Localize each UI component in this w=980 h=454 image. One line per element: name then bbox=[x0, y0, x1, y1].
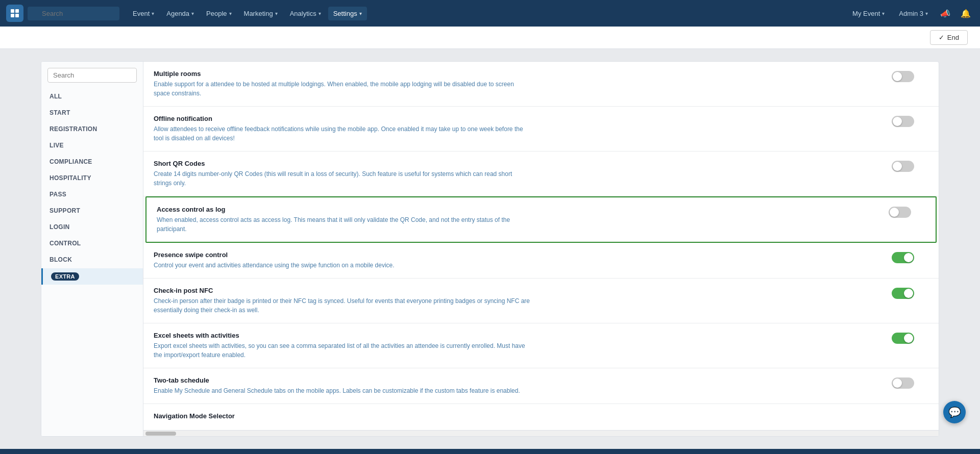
setting-row-nav-mode: Navigation Mode Selector bbox=[143, 404, 939, 430]
scrollbar-thumb bbox=[145, 432, 176, 436]
my-event-dropdown[interactable]: My Event ▾ bbox=[847, 7, 890, 20]
setting-desc: Check-in person after their badge is pri… bbox=[154, 296, 531, 315]
setting-desc: Export excel sheets with activities, so … bbox=[154, 341, 531, 360]
app-logo[interactable] bbox=[6, 5, 23, 22]
end-button[interactable]: ✓ End bbox=[930, 30, 968, 45]
nav-search-wrap: 🔍 bbox=[28, 7, 119, 20]
checkmark-icon: ✓ bbox=[939, 34, 944, 41]
bottom-bar: ® InEvent 2024 🏠 ? </> English bbox=[0, 449, 980, 454]
nav-item-people[interactable]: People ▾ bbox=[201, 7, 236, 20]
horizontal-scrollbar[interactable] bbox=[143, 430, 939, 436]
chevron-down-icon: ▾ bbox=[318, 11, 321, 16]
setting-row-access-control-log: Access control as log When enabled, acce… bbox=[145, 196, 937, 243]
nav-search-input[interactable] bbox=[28, 7, 119, 20]
settings-content: Multiple rooms Enable support for a atte… bbox=[143, 62, 939, 436]
chevron-down-icon: ▾ bbox=[275, 11, 278, 16]
setting-desc: Control your event and activities attend… bbox=[154, 261, 531, 270]
sidebar-item-start[interactable]: START bbox=[41, 105, 143, 120]
setting-desc: Create 14 digits number-only QR Codes (t… bbox=[154, 169, 531, 188]
sidebar-item-block[interactable]: BLOCK bbox=[41, 252, 143, 267]
sidebar-item-compliance[interactable]: COMPLIANCE bbox=[41, 154, 143, 169]
toggle-short-qr[interactable] bbox=[892, 161, 914, 172]
setting-title: Presence swipe control bbox=[154, 251, 884, 259]
setting-title: Two-tab schedule bbox=[154, 376, 884, 384]
toggle-offline-notification[interactable] bbox=[892, 116, 914, 127]
admin-dropdown[interactable]: Admin 3 ▾ bbox=[894, 7, 933, 20]
megaphone-icon[interactable]: 📣 bbox=[937, 5, 953, 21]
setting-title: Excel sheets with activities bbox=[154, 332, 884, 339]
setting-title: Check-in post NFC bbox=[154, 287, 884, 294]
sidebar-item-all[interactable]: ALL bbox=[41, 89, 143, 104]
sidebar-item-login[interactable]: LOGIN bbox=[41, 219, 143, 235]
nav-item-settings[interactable]: Settings ▾ bbox=[328, 7, 367, 20]
nav-items: Event ▾ Agenda ▾ People ▾ Marketing ▾ An… bbox=[128, 7, 367, 20]
setting-row-short-qr: Short QR Codes Create 14 digits number-o… bbox=[143, 152, 939, 196]
svg-rect-2 bbox=[11, 14, 14, 17]
setting-row-excel-activities: Excel sheets with activities Export exce… bbox=[143, 323, 939, 368]
toggle-presence-swipe[interactable] bbox=[892, 252, 914, 263]
sidebar-item-control[interactable]: CONTROL bbox=[41, 236, 143, 251]
sidebar-search-input[interactable] bbox=[47, 68, 137, 83]
bell-icon[interactable]: 🔔 bbox=[958, 5, 974, 21]
main-content: ALL START REGISTRATION LIVE COMPLIANCE H… bbox=[0, 49, 980, 449]
chevron-down-icon: ▾ bbox=[359, 11, 362, 16]
chevron-down-icon: ▾ bbox=[229, 11, 232, 16]
end-bar: ✓ End bbox=[0, 27, 980, 49]
chevron-down-icon: ▾ bbox=[191, 11, 194, 16]
settings-panel: ALL START REGISTRATION LIVE COMPLIANCE H… bbox=[41, 61, 939, 437]
sidebar-item-live[interactable]: LIVE bbox=[41, 138, 143, 153]
setting-desc: When enabled, access control acts as acc… bbox=[157, 215, 534, 234]
setting-title: Navigation Mode Selector bbox=[154, 412, 914, 420]
setting-title: Access control as log bbox=[157, 206, 880, 213]
setting-desc: Enable My Schedule and General Schedule … bbox=[154, 386, 531, 395]
setting-row-offline-notification: Offline notification Allow attendees to … bbox=[143, 107, 939, 152]
sidebar-item-extra[interactable]: EXTRA bbox=[41, 268, 143, 285]
setting-row-checkin-nfc: Check-in post NFC Check-in person after … bbox=[143, 279, 939, 323]
nav-right: My Event ▾ Admin 3 ▾ 📣 🔔 bbox=[847, 5, 974, 21]
toggle-two-tab-schedule[interactable] bbox=[892, 377, 914, 389]
chevron-down-icon: ▾ bbox=[882, 11, 885, 16]
setting-desc: Enable support for a attendee to be host… bbox=[154, 80, 531, 98]
sidebar-item-registration[interactable]: REGISTRATION bbox=[41, 121, 143, 137]
top-navigation: 🔍 Event ▾ Agenda ▾ People ▾ Marketing ▾ … bbox=[0, 0, 980, 27]
setting-desc: Allow attendees to receive offline feedb… bbox=[154, 124, 531, 143]
svg-rect-3 bbox=[15, 14, 19, 17]
nav-item-agenda[interactable]: Agenda ▾ bbox=[161, 7, 199, 20]
toggle-excel-activities[interactable] bbox=[892, 333, 914, 344]
sidebar-search-wrap bbox=[41, 68, 143, 88]
setting-row-presence-swipe: Presence swipe control Control your even… bbox=[143, 243, 939, 279]
svg-rect-1 bbox=[15, 9, 19, 13]
setting-row-multiple-rooms: Multiple rooms Enable support for a atte… bbox=[143, 62, 939, 107]
setting-row-two-tab-schedule: Two-tab schedule Enable My Schedule and … bbox=[143, 368, 939, 404]
nav-item-analytics[interactable]: Analytics ▾ bbox=[285, 7, 326, 20]
chevron-down-icon: ▾ bbox=[152, 11, 154, 16]
nav-item-event[interactable]: Event ▾ bbox=[128, 7, 159, 20]
setting-title: Short QR Codes bbox=[154, 160, 884, 167]
extra-badge: EXTRA bbox=[51, 272, 79, 281]
setting-title: Multiple rooms bbox=[154, 70, 884, 78]
toggle-multiple-rooms[interactable] bbox=[892, 71, 914, 82]
nav-item-marketing[interactable]: Marketing ▾ bbox=[239, 7, 283, 20]
toggle-checkin-nfc[interactable] bbox=[892, 288, 914, 299]
setting-title: Offline notification bbox=[154, 115, 884, 122]
sidebar-item-hospitality[interactable]: HOSPITALITY bbox=[41, 170, 143, 186]
svg-rect-0 bbox=[11, 9, 14, 13]
sidebar-item-pass[interactable]: PASS bbox=[41, 187, 143, 202]
toggle-access-control-log[interactable] bbox=[889, 207, 911, 218]
chevron-down-icon: ▾ bbox=[925, 11, 928, 16]
chat-bubble-button[interactable]: 💬 bbox=[943, 401, 966, 423]
sidebar-item-support[interactable]: SUPPORT bbox=[41, 203, 143, 218]
settings-sidebar: ALL START REGISTRATION LIVE COMPLIANCE H… bbox=[41, 62, 143, 436]
